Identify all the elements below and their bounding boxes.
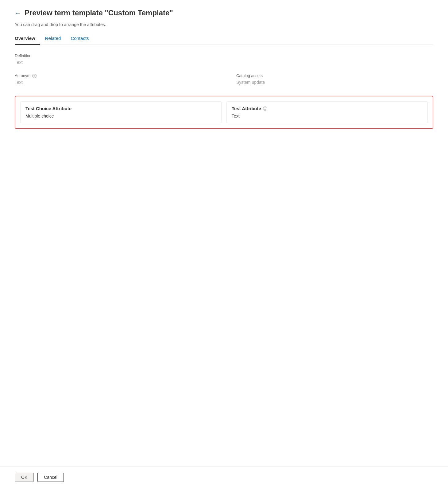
footer: OK Cancel <box>0 466 448 488</box>
acronym-info-icon: ⓘ <box>32 74 37 78</box>
definition-label: Definition <box>15 53 433 58</box>
cancel-button[interactable]: Cancel <box>37 473 64 482</box>
acronym-catalog-row: Acronym ⓘ Text Catalog assets System upd… <box>15 73 433 85</box>
tab-overview[interactable]: Overview <box>15 33 40 45</box>
test-choice-attribute-value: Multiple choice <box>25 114 216 118</box>
test-choice-attribute-title: Test Choice Attribute <box>25 106 216 111</box>
test-attribute-title: Test Attribute ⓘ <box>232 106 423 111</box>
page-title: Preview term template "Custom Template" <box>25 9 173 17</box>
test-attribute-info-icon: ⓘ <box>263 107 267 111</box>
acronym-label: Acronym ⓘ <box>15 73 212 78</box>
catalog-assets-value: System update <box>236 80 433 85</box>
acronym-value: Text <box>15 80 212 85</box>
catalog-assets-group: Catalog assets System update <box>236 73 433 85</box>
test-attribute-value: Text <box>232 114 423 118</box>
tab-related[interactable]: Related <box>40 33 66 45</box>
page-container: ← Preview term template "Custom Template… <box>0 0 448 466</box>
test-choice-attribute-card: Test Choice Attribute Multiple choice <box>20 101 222 123</box>
definition-value: Text <box>15 60 433 65</box>
back-arrow-icon[interactable]: ← <box>15 10 21 17</box>
tab-contacts[interactable]: Contacts <box>66 33 94 45</box>
content-section: Definition Text Acronym ⓘ Text Catalog a… <box>15 53 433 137</box>
page-subtitle: You can drag and drop to arrange the att… <box>15 22 433 27</box>
tabs-container: Overview Related Contacts <box>15 33 433 45</box>
attributes-section: Test Choice Attribute Multiple choice Te… <box>15 96 433 129</box>
test-attribute-card: Test Attribute ⓘ Text <box>226 101 428 123</box>
spacer <box>15 137 433 466</box>
catalog-assets-label: Catalog assets <box>236 73 433 78</box>
header: ← Preview term template "Custom Template… <box>15 9 433 17</box>
ok-button[interactable]: OK <box>15 473 34 482</box>
acronym-group: Acronym ⓘ Text <box>15 73 212 85</box>
definition-row: Definition Text <box>15 53 433 65</box>
definition-group: Definition Text <box>15 53 433 65</box>
